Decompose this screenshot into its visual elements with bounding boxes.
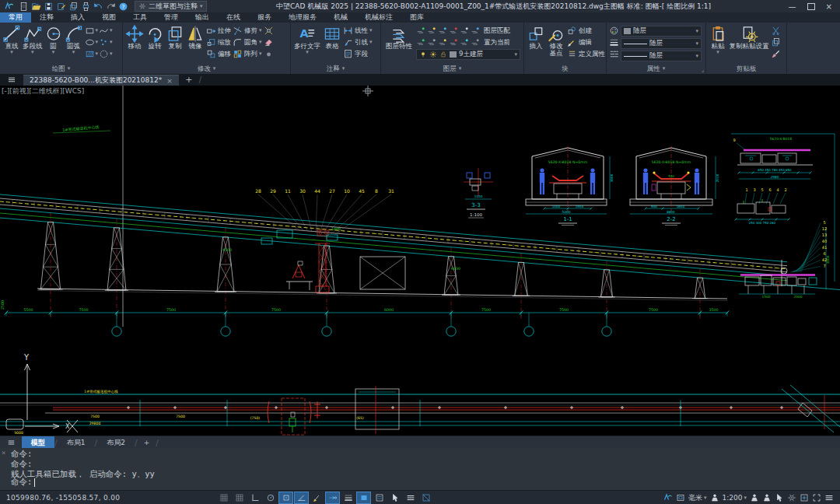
layer-tool-icon[interactable]: [416, 37, 426, 47]
layer-tool-icon[interactable]: [460, 26, 470, 36]
panel-modify-footer[interactable]: 修改▾: [123, 64, 290, 74]
paste-button[interactable]: 粘贴▾: [709, 25, 727, 55]
save-file-button[interactable]: [44, 2, 54, 12]
layer-tool-icon[interactable]: [471, 37, 481, 47]
settings-gear-icon[interactable]: [787, 493, 796, 502]
angle-snap-toggle[interactable]: [294, 492, 309, 504]
dialog-launcher-icon[interactable]: ⌟: [702, 67, 704, 73]
match-properties-button[interactable]: [771, 48, 781, 60]
layout-menu-button[interactable]: [0, 436, 22, 449]
ellipse-tool-button[interactable]: [85, 37, 95, 47]
quick-properties-toggle[interactable]: [372, 492, 387, 504]
ribbon-tab-输出[interactable]: 输出: [187, 12, 218, 23]
object-snap-toggle[interactable]: [278, 492, 293, 504]
point-tool-button[interactable]: [99, 37, 109, 47]
undo-button[interactable]: [93, 2, 103, 12]
color-dropdown[interactable]: 随层▾: [621, 26, 702, 37]
layer-match-button[interactable]: 图层匹配: [484, 26, 510, 36]
layout-tab-模型[interactable]: 模型: [22, 436, 54, 449]
ribbon-tab-机械[interactable]: 机械: [325, 12, 356, 23]
copy-paste-settings-button[interactable]: 复制粘贴设置: [729, 25, 769, 50]
ribbon-tab-地理服务[interactable]: 地理服务: [280, 12, 325, 23]
help-button[interactable]: ?: [118, 2, 128, 12]
new-tab-button[interactable]: +: [179, 74, 199, 86]
selection-effect-toggle[interactable]: [356, 492, 371, 504]
insert-block-button[interactable]: 插入: [527, 25, 545, 50]
mtext-button[interactable]: A 多行文字▾: [293, 25, 321, 55]
array-button[interactable]: 阵列▾: [233, 48, 262, 60]
layer-tool-icon[interactable]: [416, 26, 426, 36]
panel-properties-footer[interactable]: 属性▾ ⌟: [607, 64, 705, 74]
create-block-button[interactable]: 创建: [567, 25, 605, 37]
layer-tool-icon[interactable]: [438, 37, 448, 47]
field-button[interactable]: 字段: [343, 48, 373, 60]
spline-tool-button[interactable]: [99, 26, 109, 36]
rectangle-tool-button[interactable]: [85, 26, 95, 36]
circle-button[interactable]: 圆▾: [44, 25, 63, 55]
ribbon-tab-管理[interactable]: 管理: [156, 12, 187, 23]
explode-button[interactable]: [264, 25, 274, 37]
hatch-tool-button[interactable]: [85, 49, 95, 59]
cut-button[interactable]: [771, 25, 781, 37]
cad-drawing[interactable]: 1#带式输送机中心线282911304427104583155007500750…: [0, 86, 840, 436]
layer-tool-icon[interactable]: [449, 37, 459, 47]
fullscreen-icon[interactable]: [812, 493, 821, 502]
revision-cloud-tool-button[interactable]: [99, 49, 109, 59]
ortho-mode-toggle[interactable]: [247, 492, 262, 504]
ribbon-tab-图库[interactable]: 图库: [401, 12, 432, 23]
layer-dropdown[interactable]: 9土建层 ▾: [416, 49, 520, 60]
print-button[interactable]: [81, 2, 91, 12]
table-button[interactable]: 表格: [323, 25, 341, 50]
selection-cycling-toggle[interactable]: [387, 492, 402, 504]
model-space-icon[interactable]: [676, 493, 685, 502]
layer-tool-icon[interactable]: [427, 37, 437, 47]
zw-monitor-icon[interactable]: [663, 493, 673, 502]
add-status-icon[interactable]: [800, 493, 809, 502]
layout-tab-布局1[interactable]: 布局1: [58, 436, 95, 449]
ribbon-tab-插入[interactable]: 插入: [62, 12, 93, 23]
workspace-switcher[interactable]: 二维草图与注释 ▾: [135, 1, 207, 12]
panel-draw-footer[interactable]: 绘图▾: [0, 64, 122, 74]
add-layout-button[interactable]: +: [138, 436, 156, 449]
status-menu-icon[interactable]: [824, 493, 834, 502]
drawing-tab[interactable]: 22388-5620-B00...机安装图20210812* ×: [23, 75, 179, 86]
open-file-button[interactable]: [31, 2, 41, 12]
plot-button[interactable]: [68, 2, 79, 12]
selection-cycling-icon[interactable]: [775, 493, 784, 502]
object-snap-tracking-toggle[interactable]: [325, 492, 340, 504]
command-prompt[interactable]: 命令:: [11, 477, 35, 488]
close-tab-icon[interactable]: ×: [166, 77, 173, 85]
leader-button[interactable]: 引线▾: [343, 37, 373, 48]
set-current-layer-button[interactable]: 置为当前: [484, 38, 510, 47]
lineweight-dropdown[interactable]: 随层▾: [621, 38, 702, 49]
file-tabs-menu-button[interactable]: [0, 74, 23, 86]
annotation-scale-icon[interactable]: [710, 493, 719, 502]
units-dropdown[interactable]: 毫米▾: [688, 493, 707, 503]
panel-layer-footer[interactable]: 图层▾: [381, 64, 523, 74]
save-as-button[interactable]: [56, 2, 66, 12]
join-button[interactable]: [264, 48, 274, 60]
redo-button[interactable]: [106, 2, 116, 12]
ribbon-tab-视图[interactable]: 视图: [93, 12, 124, 23]
layer-tool-icon[interactable]: [471, 26, 481, 36]
arc-button[interactable]: 圆弧▾: [65, 25, 83, 55]
ribbon-tab-常用[interactable]: 常用: [0, 12, 31, 23]
scale-button[interactable]: 缩放: [206, 37, 231, 48]
ribbon-tab-注释[interactable]: 注释: [31, 12, 62, 23]
command-close-icon[interactable]: ×: [2, 449, 5, 457]
linetype-dropdown[interactable]: 随层▾: [621, 51, 702, 61]
isometric-drafting-toggle[interactable]: [418, 492, 433, 504]
ribbon-tab-在线[interactable]: 在线: [218, 12, 249, 23]
panel-annotation-footer[interactable]: 注释▾: [291, 64, 380, 74]
viewport-controls[interactable]: [-][前视][二维线框][WCS]: [2, 86, 84, 96]
layer-tool-icon[interactable]: [449, 26, 459, 36]
minimize-button[interactable]: —: [789, 2, 796, 11]
auto-scale-icon[interactable]: [762, 493, 772, 502]
layer-tool-icon[interactable]: [427, 26, 437, 36]
copy-clip-button[interactable]: [771, 37, 781, 48]
mirror-button[interactable]: 镜像: [186, 25, 205, 50]
annotation-scale-dropdown[interactable]: 1:200▾: [723, 494, 747, 502]
new-file-button[interactable]: [19, 2, 29, 12]
annotation-visibility-icon[interactable]: [750, 493, 759, 502]
lineweight-display-toggle[interactable]: [341, 492, 355, 504]
